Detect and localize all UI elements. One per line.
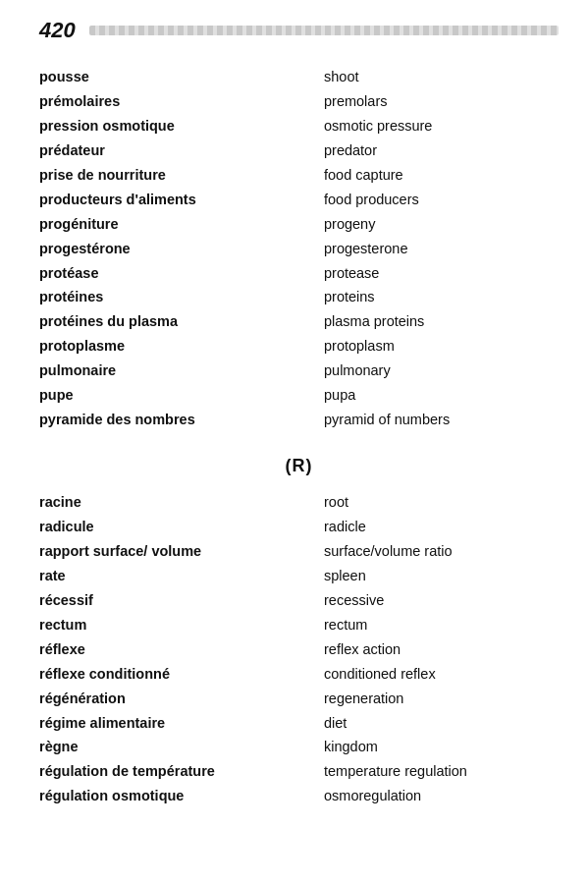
english-word: pupa: [324, 383, 559, 408]
french-word: rate: [39, 564, 324, 588]
english-word: temperature regulation: [324, 759, 559, 784]
french-word: rapport surface/ volume: [39, 539, 324, 564]
french-word: récessif: [39, 588, 324, 613]
french-word: protéase: [39, 261, 324, 286]
table-row: rapport surface/ volumesurface/volume ra…: [39, 539, 559, 564]
french-word: progestérone: [39, 237, 324, 261]
table-row: producteurs d'alimentsfood producers: [39, 188, 559, 212]
french-word: régulation de température: [39, 759, 324, 784]
table-row: réflexe conditionnéconditioned reflex: [39, 662, 559, 687]
english-word: progeny: [324, 212, 559, 237]
table-row: protéinesproteins: [39, 285, 559, 309]
french-word: règne: [39, 735, 324, 759]
english-word: regeneration: [324, 687, 559, 711]
english-word: progesterone: [324, 237, 559, 261]
french-word: producteurs d'aliments: [39, 188, 324, 212]
table-row: pyramide des nombrespyramid of numbers: [39, 408, 559, 432]
english-word: food capture: [324, 163, 559, 188]
french-word: prémolaires: [39, 89, 324, 114]
french-word: radicule: [39, 515, 324, 539]
page-container: 420 pousseshootprémolairespremolarspress…: [39, 18, 559, 808]
english-word: food producers: [324, 188, 559, 212]
table-row: pousseshoot: [39, 65, 559, 89]
english-word: root: [324, 490, 559, 515]
table-row: pulmonairepulmonary: [39, 359, 559, 383]
english-word: osmoregulation: [324, 784, 559, 808]
table-row: régénérationregeneration: [39, 687, 559, 711]
header-decoration: [89, 26, 559, 35]
french-word: pousse: [39, 65, 324, 89]
english-word: radicle: [324, 515, 559, 539]
table-row: prémolairespremolars: [39, 89, 559, 114]
table-row: progénitureprogeny: [39, 212, 559, 237]
french-word: régime alimentaire: [39, 711, 324, 736]
english-word: spleen: [324, 564, 559, 588]
dictionary-content: pousseshootprémolairespremolarspression …: [39, 65, 559, 808]
english-word: pulmonary: [324, 359, 559, 383]
french-word: pression osmotique: [39, 114, 324, 138]
word-list: pousseshootprémolairespremolarspression …: [39, 65, 559, 432]
french-word: réflexe conditionné: [39, 662, 324, 687]
french-word: régénération: [39, 687, 324, 711]
english-word: protoplasm: [324, 334, 559, 359]
table-row: protéaseprotease: [39, 261, 559, 286]
table-row: régulation de températuretemperature reg…: [39, 759, 559, 784]
english-word: plasma proteins: [324, 309, 559, 334]
english-word: pyramid of numbers: [324, 408, 559, 432]
table-row: ratespleen: [39, 564, 559, 588]
french-word: réflexe: [39, 637, 324, 662]
english-word: shoot: [324, 65, 559, 89]
table-row: radiculeradicle: [39, 515, 559, 539]
table-row: racineroot: [39, 490, 559, 515]
table-row: protéines du plasmaplasma proteins: [39, 309, 559, 334]
french-word: progéniture: [39, 212, 324, 237]
section-p-section: pousseshootprémolairespremolarspression …: [39, 65, 559, 432]
english-word: rectum: [324, 613, 559, 637]
english-word: premolars: [324, 89, 559, 114]
section-heading: (R): [39, 456, 559, 476]
english-word: diet: [324, 711, 559, 736]
table-row: régime alimentairediet: [39, 711, 559, 736]
table-row: prise de nourriturefood capture: [39, 163, 559, 188]
table-row: rectumrectum: [39, 613, 559, 637]
french-word: pulmonaire: [39, 359, 324, 383]
table-row: pupepupa: [39, 383, 559, 408]
table-row: prédateurpredator: [39, 138, 559, 163]
english-word: recessive: [324, 588, 559, 613]
table-row: protoplasmeprotoplasm: [39, 334, 559, 359]
english-word: reflex action: [324, 637, 559, 662]
english-word: surface/volume ratio: [324, 539, 559, 564]
english-word: kingdom: [324, 735, 559, 759]
english-word: proteins: [324, 285, 559, 309]
french-word: régulation osmotique: [39, 784, 324, 808]
french-word: racine: [39, 490, 324, 515]
section-r-section: (R)racinerootradiculeradiclerapport surf…: [39, 456, 559, 808]
french-word: pyramide des nombres: [39, 408, 324, 432]
word-list: racinerootradiculeradiclerapport surface…: [39, 490, 559, 808]
table-row: réflexereflex action: [39, 637, 559, 662]
english-word: predator: [324, 138, 559, 163]
french-word: prise de nourriture: [39, 163, 324, 188]
english-word: osmotic pressure: [324, 114, 559, 138]
table-row: régulation osmotiqueosmoregulation: [39, 784, 559, 808]
table-row: règnekingdom: [39, 735, 559, 759]
french-word: protoplasme: [39, 334, 324, 359]
french-word: protéines du plasma: [39, 309, 324, 334]
french-word: pupe: [39, 383, 324, 408]
french-word: prédateur: [39, 138, 324, 163]
table-row: récessifrecessive: [39, 588, 559, 613]
french-word: protéines: [39, 285, 324, 309]
english-word: protease: [324, 261, 559, 286]
table-row: progestéroneprogesterone: [39, 237, 559, 261]
french-word: rectum: [39, 613, 324, 637]
english-word: conditioned reflex: [324, 662, 559, 687]
page-header: 420: [39, 18, 559, 43]
table-row: pression osmotiqueosmotic pressure: [39, 114, 559, 138]
page-number: 420: [39, 18, 76, 43]
